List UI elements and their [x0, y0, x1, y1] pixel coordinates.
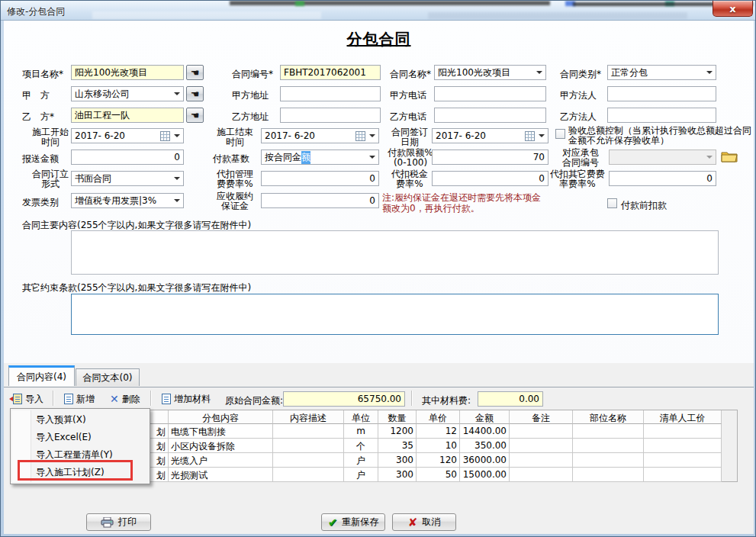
- corresponding-contract-dropdown[interactable]: [609, 150, 716, 165]
- cell-unit[interactable]: m: [344, 424, 378, 439]
- party-a-legal-input[interactable]: [607, 86, 716, 101]
- contract-no-input[interactable]: [280, 65, 381, 80]
- other-terms-textarea[interactable]: [71, 294, 719, 335]
- tab-contract-text[interactable]: 合同文本(0): [76, 368, 140, 386]
- delete-x-icon: ✕: [110, 394, 119, 404]
- party-a-legal-label: 甲方法人: [560, 89, 597, 102]
- cell-amount[interactable]: 36000.00: [460, 453, 510, 468]
- cell-location[interactable]: [573, 468, 644, 482]
- cell-amount[interactable]: 14400.00: [460, 424, 510, 439]
- end-date-picker[interactable]: 2017- 6-20: [261, 128, 379, 143]
- original-amount-input[interactable]: [283, 391, 405, 407]
- annotation-highlight-box: [18, 460, 133, 481]
- tab-contract-content[interactable]: 合同内容(4): [8, 365, 75, 386]
- cell-labor-price[interactable]: [644, 468, 722, 482]
- start-date-picker[interactable]: 2017- 6-20: [71, 128, 184, 143]
- print-label: 打印: [118, 516, 137, 529]
- cell-location[interactable]: [573, 453, 644, 468]
- browse-folder-button[interactable]: [720, 150, 738, 164]
- party-b-addr-input[interactable]: [280, 108, 381, 123]
- column-header: 单价: [417, 410, 460, 424]
- cell-unit[interactable]: 户: [344, 453, 378, 468]
- cell-description[interactable]: [273, 468, 344, 482]
- cell-quantity[interactable]: 35: [378, 439, 417, 453]
- payment-limit-input[interactable]: [432, 150, 549, 165]
- deposit-label: 应收履约保证金: [213, 191, 257, 211]
- project-pick-button[interactable]: ☚: [186, 65, 204, 80]
- invoice-type-dropdown[interactable]: 增值税专用发票|3%: [71, 193, 184, 208]
- add-material-button[interactable]: 增加材料: [158, 390, 214, 408]
- cell-labor-price[interactable]: [644, 424, 722, 439]
- mgmt-fee-input[interactable]: [261, 171, 379, 186]
- tab-label: 合同文本(0): [83, 371, 133, 384]
- tax-fee-input[interactable]: [432, 171, 549, 186]
- payment-base-dropdown[interactable]: 按合同金额: [261, 150, 379, 165]
- cell-remark[interactable]: [510, 468, 573, 482]
- payment-base-selected-text: 额: [301, 151, 310, 164]
- cell-remark[interactable]: [510, 439, 573, 453]
- background-window-artifact: [295, 1, 304, 6]
- cell-content[interactable]: 光损测试: [169, 468, 273, 482]
- cell-location[interactable]: [573, 439, 644, 453]
- contract-form-dropdown[interactable]: 书面合同: [71, 171, 184, 186]
- cell-unit[interactable]: 户: [344, 468, 378, 482]
- cell-description[interactable]: [273, 424, 344, 439]
- cell-unit[interactable]: 个: [344, 439, 378, 453]
- party-b-pick-button[interactable]: ☚: [186, 108, 204, 123]
- pre-payment-deduct-checkbox[interactable]: [607, 198, 617, 208]
- cell-labor-price[interactable]: [644, 439, 722, 453]
- cell-amount[interactable]: 350.00: [460, 439, 510, 453]
- glass-reflection: [92, 11, 321, 19]
- cell-labor-price[interactable]: [644, 453, 722, 468]
- menu-item-import-excel[interactable]: 导入Excel(E): [11, 429, 149, 446]
- party-a-pick-button[interactable]: ☚: [186, 86, 204, 101]
- main-content-textarea[interactable]: [71, 230, 719, 275]
- party-b-legal-input[interactable]: [607, 108, 716, 123]
- column-header: 内容描述: [273, 410, 344, 424]
- chevron-down-icon: [171, 172, 183, 185]
- import-button[interactable]: 导入: [5, 390, 47, 408]
- party-b-tel-input[interactable]: [434, 108, 546, 123]
- cell-unit-price[interactable]: 10: [417, 439, 460, 453]
- acceptance-control-checkbox[interactable]: [555, 129, 565, 139]
- dialog-client-area: 分包合同 项目名称* ☚ 合同编号* 合同名称* 阳光100光改项目 合同类别*…: [4, 21, 754, 534]
- cell-quantity[interactable]: 300: [378, 453, 417, 468]
- report-amount-input[interactable]: [71, 150, 184, 165]
- close-button[interactable]: x: [713, 1, 753, 17]
- contract-name-dropdown[interactable]: 阳光100光改项目: [434, 65, 546, 80]
- cell-location[interactable]: [573, 424, 644, 439]
- party-a-addr-input[interactable]: [280, 86, 381, 101]
- cancel-button[interactable]: ✘ 取消: [392, 513, 456, 531]
- title-bar: 修改-分包合同 x: [1, 1, 755, 21]
- add-row-button[interactable]: 新增: [60, 390, 98, 408]
- save-button[interactable]: ✔ 重新保存: [321, 513, 385, 531]
- cell-content[interactable]: 小区内设备拆除: [169, 439, 273, 453]
- cell-amount[interactable]: 15000.00: [460, 468, 510, 482]
- deposit-input[interactable]: [261, 193, 379, 208]
- sign-date-picker[interactable]: 2017- 6-20: [432, 128, 549, 143]
- material-fee-input[interactable]: [478, 391, 543, 407]
- party-b-input[interactable]: [71, 108, 184, 123]
- cell-unit-price[interactable]: 50: [417, 468, 460, 482]
- cell-remark[interactable]: [510, 424, 573, 439]
- party-a-tel-input[interactable]: [434, 86, 546, 101]
- cell-remark[interactable]: [510, 453, 573, 468]
- cell-content[interactable]: 电缆下电割接: [169, 424, 273, 439]
- party-a-dropdown[interactable]: 山东移动公司: [71, 86, 184, 101]
- cell-content[interactable]: 光缆入户: [169, 453, 273, 468]
- project-name-input[interactable]: [71, 65, 184, 80]
- cell-description[interactable]: [273, 453, 344, 468]
- cell-unit-price[interactable]: 120: [417, 453, 460, 468]
- cell-description[interactable]: [273, 439, 344, 453]
- hand-pointer-icon: ☚: [191, 67, 200, 79]
- dialog-window: 修改-分包合同 x 分包合同 项目名称* ☚ 合同编号* 合同名称* 阳光100…: [0, 0, 756, 537]
- party-a-tel-label: 甲方电话: [390, 89, 426, 102]
- other-fee-input[interactable]: [609, 171, 716, 186]
- cell-quantity[interactable]: 300: [378, 468, 417, 482]
- print-button[interactable]: 打印: [86, 513, 151, 531]
- cell-quantity[interactable]: 1200: [378, 424, 417, 439]
- cell-unit-price[interactable]: 12: [417, 424, 460, 439]
- menu-item-import-budget[interactable]: 导入预算(X): [11, 411, 149, 429]
- delete-row-button[interactable]: ✕ 删除: [106, 390, 144, 408]
- contract-type-dropdown[interactable]: 正常分包: [607, 65, 716, 80]
